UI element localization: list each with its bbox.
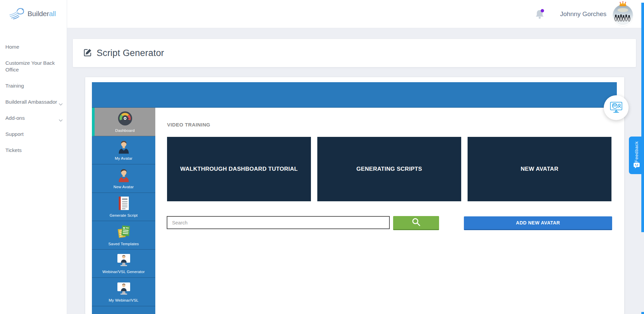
notification-dot: [541, 9, 544, 12]
page-title-card: Script Generator: [73, 39, 636, 67]
notifications-bell-icon[interactable]: [535, 8, 545, 19]
avatar-male-red-icon: [116, 168, 131, 184]
webinar-demo-fab-button[interactable]: [604, 95, 629, 120]
script-generator-panel: Dashboard My Avatar: [85, 77, 624, 314]
search-icon: [412, 217, 421, 228]
monitor-avatar-icon: [116, 253, 131, 268]
video-card-new-avatar[interactable]: NEW AVATAR: [468, 137, 611, 201]
video-card-walkthrough-dashboard-tutorial[interactable]: WALKTHROUGH DASHBOARD TUTORIAL: [167, 137, 311, 201]
builderall-swoosh-icon: [9, 7, 25, 21]
user-name[interactable]: Johnny Gorches: [560, 0, 606, 28]
app-nav-my-avatar[interactable]: My Avatar: [92, 136, 155, 165]
app-nav-webinar-vsl-generator[interactable]: Webinar/VSL Generator: [92, 250, 155, 278]
sidebar-item-training[interactable]: Training: [0, 83, 67, 89]
video-card-generating-scripts[interactable]: GENERATING SCRIPTS: [317, 137, 461, 201]
crown-icon: [619, 1, 627, 8]
script-document-icon: [117, 196, 130, 212]
app-nav-new-avatar[interactable]: New Avatar: [92, 164, 155, 193]
sidebar-item-support[interactable]: Support: [0, 131, 67, 138]
app-nav-dashboard[interactable]: Dashboard: [92, 108, 155, 136]
app-nav-my-webinar-vsl[interactable]: My Webinar/VSL: [92, 278, 155, 306]
sidebar-item-builderall-ambassador[interactable]: Builderall Ambassador: [0, 99, 67, 105]
scrollbar-thumb[interactable]: [641, 3, 644, 232]
user-avatar[interactable]: [613, 5, 633, 25]
top-header: Johnny Gorches: [67, 0, 644, 28]
edit-pencil-square-icon: [83, 48, 92, 58]
app-nav-saved-templates[interactable]: Saved Templates: [92, 221, 155, 250]
content-area: VIDEO TRAINING WALKTHROUGH DASHBOARD TUT…: [155, 108, 617, 314]
main-menu: Home Customize Your Back Office Training…: [0, 44, 67, 163]
chevron-down-icon: [59, 117, 63, 123]
scrollbar-bottom-segment: [641, 312, 644, 314]
feedback-tab[interactable]: Feedback: [629, 137, 644, 174]
search-input[interactable]: [167, 216, 390, 229]
add-new-avatar-button[interactable]: ADD NEW AVATAR: [464, 216, 612, 230]
left-sidebar: Builderall Home Customize Your Back Offi…: [0, 0, 67, 314]
webinar-demo-icon: [609, 100, 624, 115]
sidebar-item-customize-back-office[interactable]: Customize Your Back Office: [0, 60, 67, 73]
chevron-down-icon: [59, 101, 63, 107]
sidebar-item-home[interactable]: Home: [0, 44, 67, 50]
avatar-photo-penguins: [613, 5, 633, 26]
monitor-avatar-icon: [116, 281, 131, 297]
sidebar-item-tickets[interactable]: Tickets: [0, 147, 67, 154]
app-sidebar: Dashboard My Avatar: [92, 108, 155, 314]
page-title: Script Generator: [97, 48, 164, 58]
builderall-logo[interactable]: Builderall: [0, 0, 67, 21]
stacked-templates-icon: [116, 224, 131, 241]
brand-name: Builderall: [28, 10, 56, 18]
app-nav-generate-script[interactable]: Generate Script: [92, 193, 155, 221]
feedback-smiley-bubble-icon: [633, 162, 640, 170]
search-button[interactable]: [393, 216, 439, 230]
speedometer-icon: [118, 111, 132, 127]
avatar-male-navy-icon: [116, 140, 131, 155]
app-nav-item-partial[interactable]: [92, 306, 155, 314]
sidebar-item-add-ons[interactable]: Add-ons: [0, 115, 67, 121]
panel-header-bar: [92, 82, 617, 108]
video-training-heading: VIDEO TRAINING: [167, 122, 210, 127]
